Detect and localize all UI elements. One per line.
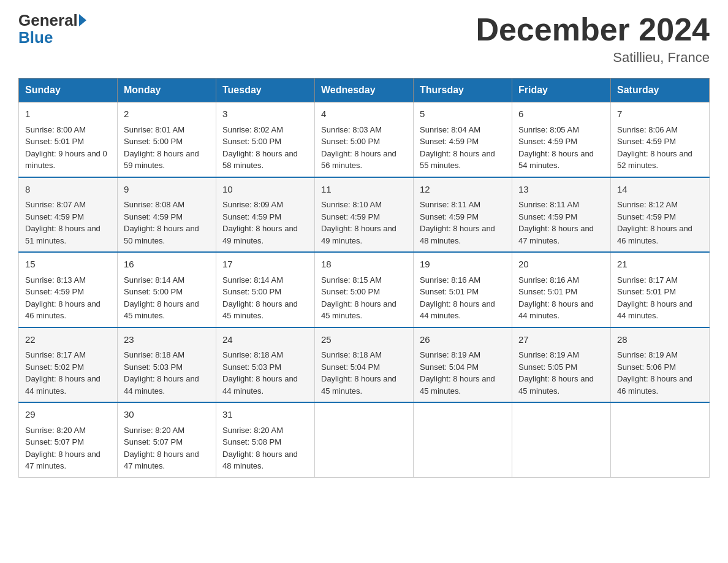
daylight-info: Daylight: 8 hours and 45 minutes. [124,298,210,322]
day-number: 29 [25,408,111,422]
calendar-cell [512,402,611,477]
day-number: 10 [222,183,308,197]
calendar-cell: 17Sunrise: 8:14 AMSunset: 5:00 PMDayligh… [216,252,315,327]
sunset-info: Sunset: 5:05 PM [518,361,604,373]
daylight-info: Daylight: 8 hours and 47 minutes. [518,223,604,247]
daylight-info: Daylight: 8 hours and 45 minutes. [321,373,407,397]
sunrise-info: Sunrise: 8:19 AM [420,349,506,361]
day-number: 25 [321,333,407,347]
calendar-cell: 25Sunrise: 8:18 AMSunset: 5:04 PMDayligh… [315,327,414,403]
sunrise-info: Sunrise: 8:20 AM [124,424,210,437]
daylight-info: Daylight: 8 hours and 50 minutes. [124,223,210,247]
daylight-info: Daylight: 8 hours and 46 minutes. [617,373,703,397]
day-number: 13 [518,183,604,197]
sunrise-info: Sunrise: 8:19 AM [518,349,604,361]
calendar-cell: 3Sunrise: 8:02 AMSunset: 5:00 PMDaylight… [216,102,315,177]
calendar-cell: 24Sunrise: 8:18 AMSunset: 5:03 PMDayligh… [216,327,315,403]
logo-blue-text: Blue [18,28,53,47]
calendar-cell [315,402,414,477]
sunset-info: Sunset: 5:01 PM [420,286,506,298]
day-number: 6 [518,107,604,121]
daylight-info: Daylight: 8 hours and 59 minutes. [124,148,210,172]
daylight-info: Daylight: 8 hours and 45 minutes. [321,298,407,322]
sunset-info: Sunset: 5:04 PM [420,361,506,373]
sunset-info: Sunset: 4:59 PM [420,136,506,148]
daylight-info: Daylight: 8 hours and 45 minutes. [420,373,506,397]
calendar-cell: 29Sunrise: 8:20 AMSunset: 5:07 PMDayligh… [19,402,118,477]
day-number: 31 [222,408,308,422]
sunset-info: Sunset: 5:00 PM [321,286,407,298]
sunset-info: Sunset: 5:00 PM [124,136,210,148]
calendar-header-row: SundayMondayTuesdayWednesdayThursdayFrid… [19,79,710,102]
sunset-info: Sunset: 4:59 PM [518,211,604,223]
sunrise-info: Sunrise: 8:10 AM [321,199,407,211]
sunrise-info: Sunrise: 8:18 AM [321,349,407,361]
day-number: 17 [222,258,308,272]
sunrise-info: Sunrise: 8:16 AM [518,274,604,286]
day-number: 2 [124,107,210,121]
sunrise-info: Sunrise: 8:16 AM [420,274,506,286]
calendar-cell: 14Sunrise: 8:12 AMSunset: 4:59 PMDayligh… [611,177,710,253]
sunrise-info: Sunrise: 8:11 AM [518,199,604,211]
daylight-info: Daylight: 8 hours and 46 minutes. [25,298,111,322]
sunrise-info: Sunrise: 8:12 AM [617,199,703,211]
sunset-info: Sunset: 5:00 PM [321,136,407,148]
calendar-cell: 5Sunrise: 8:04 AMSunset: 4:59 PMDaylight… [414,102,512,177]
location-label: Satillieu, France [476,50,710,66]
calendar-cell: 31Sunrise: 8:20 AMSunset: 5:08 PMDayligh… [216,402,315,477]
daylight-info: Daylight: 8 hours and 44 minutes. [25,373,111,397]
calendar-cell: 27Sunrise: 8:19 AMSunset: 5:05 PMDayligh… [512,327,611,403]
sunset-info: Sunset: 5:06 PM [617,361,703,373]
day-number: 3 [222,107,308,121]
daylight-info: Daylight: 8 hours and 51 minutes. [25,223,111,247]
day-number: 16 [124,258,210,272]
sunset-info: Sunset: 4:59 PM [321,211,407,223]
daylight-info: Daylight: 8 hours and 44 minutes. [617,298,703,322]
day-number: 9 [124,183,210,197]
day-number: 18 [321,258,407,272]
calendar-cell: 1Sunrise: 8:00 AMSunset: 5:01 PMDaylight… [19,102,118,177]
calendar-cell: 11Sunrise: 8:10 AMSunset: 4:59 PMDayligh… [315,177,414,253]
day-number: 7 [617,107,703,121]
calendar-week-row: 15Sunrise: 8:13 AMSunset: 4:59 PMDayligh… [19,252,710,327]
sunrise-info: Sunrise: 8:19 AM [617,349,703,361]
daylight-info: Daylight: 8 hours and 44 minutes. [420,298,506,322]
sunset-info: Sunset: 4:59 PM [617,211,703,223]
sunrise-info: Sunrise: 8:09 AM [222,199,308,211]
day-header-monday: Monday [118,79,216,102]
calendar-cell: 9Sunrise: 8:08 AMSunset: 4:59 PMDaylight… [118,177,216,253]
day-number: 19 [420,258,506,272]
day-number: 27 [518,333,604,347]
day-header-sunday: Sunday [19,79,118,102]
sunset-info: Sunset: 4:59 PM [25,286,111,298]
sunset-info: Sunset: 5:07 PM [124,436,210,448]
page-header: General Blue December 2024 Satillieu, Fr… [18,12,710,66]
sunrise-info: Sunrise: 8:20 AM [25,424,111,437]
sunrise-info: Sunrise: 8:07 AM [25,199,111,211]
sunset-info: Sunset: 5:07 PM [25,436,111,448]
logo: General Blue [18,12,88,47]
calendar-table: SundayMondayTuesdayWednesdayThursdayFrid… [18,78,710,478]
calendar-cell: 12Sunrise: 8:11 AMSunset: 4:59 PMDayligh… [414,177,512,253]
daylight-info: Daylight: 8 hours and 45 minutes. [222,298,308,322]
sunrise-info: Sunrise: 8:18 AM [124,349,210,361]
sunset-info: Sunset: 5:03 PM [124,361,210,373]
daylight-info: Daylight: 8 hours and 49 minutes. [222,223,308,247]
daylight-info: Daylight: 8 hours and 44 minutes. [222,373,308,397]
sunrise-info: Sunrise: 8:04 AM [420,124,506,136]
sunrise-info: Sunrise: 8:08 AM [124,199,210,211]
day-number: 14 [617,183,703,197]
calendar-cell: 8Sunrise: 8:07 AMSunset: 4:59 PMDaylight… [19,177,118,253]
daylight-info: Daylight: 8 hours and 54 minutes. [518,148,604,172]
sunset-info: Sunset: 5:01 PM [518,286,604,298]
calendar-week-row: 22Sunrise: 8:17 AMSunset: 5:02 PMDayligh… [19,327,710,403]
calendar-cell: 4Sunrise: 8:03 AMSunset: 5:00 PMDaylight… [315,102,414,177]
day-number: 26 [420,333,506,347]
sunset-info: Sunset: 4:59 PM [25,211,111,223]
calendar-cell: 13Sunrise: 8:11 AMSunset: 4:59 PMDayligh… [512,177,611,253]
day-number: 8 [25,183,111,197]
calendar-cell: 18Sunrise: 8:15 AMSunset: 5:00 PMDayligh… [315,252,414,327]
logo-general-text: General [18,12,78,28]
sunrise-info: Sunrise: 8:00 AM [25,124,111,136]
daylight-info: Daylight: 8 hours and 47 minutes. [124,448,210,472]
